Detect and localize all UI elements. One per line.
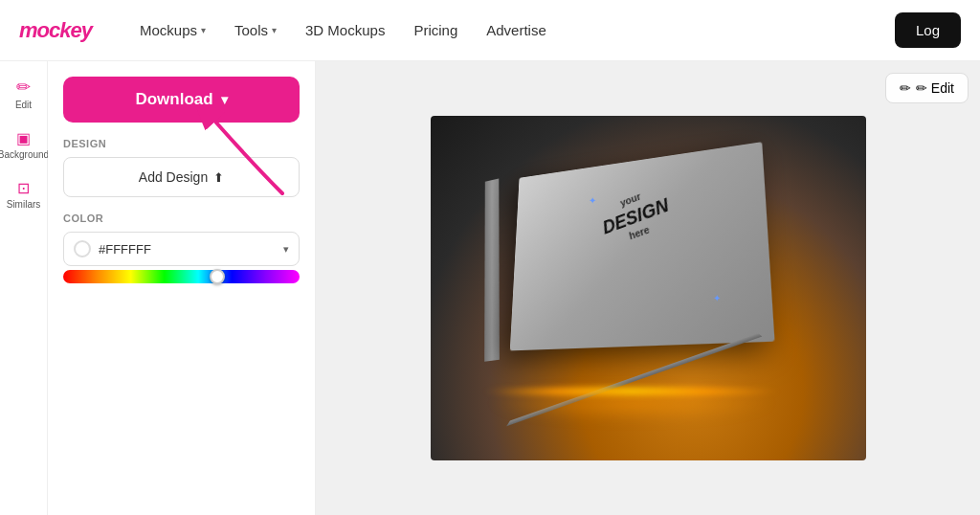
sidebar-icons: ✏ Edit ▣ Background ⊡ Similars bbox=[0, 61, 48, 515]
color-slider-container bbox=[63, 270, 300, 283]
sparkle-icon bbox=[713, 288, 719, 294]
sidebar-background-label: Background bbox=[0, 149, 49, 160]
design-section: DESIGN Add Design ⬆ bbox=[63, 138, 300, 197]
add-design-label: Add Design bbox=[139, 169, 208, 185]
color-section: COLOR #FFFFFF ▾ bbox=[63, 213, 300, 283]
nav-mockups[interactable]: Mockups ▾ bbox=[140, 22, 206, 38]
logo[interactable]: mockey bbox=[19, 18, 92, 43]
glow-reflection bbox=[488, 384, 775, 422]
color-section-label: COLOR bbox=[63, 213, 300, 224]
design-section-label: DESIGN bbox=[63, 138, 300, 149]
chevron-down-icon: ▾ bbox=[283, 243, 289, 256]
sidebar-item-background[interactable]: ▣ Background bbox=[3, 123, 45, 166]
similars-icon: ⊡ bbox=[17, 179, 30, 197]
sidebar-item-edit[interactable]: ✏ Edit bbox=[3, 71, 45, 116]
edit-button[interactable]: ✏ ✏ Edit bbox=[885, 73, 969, 103]
background-icon: ▣ bbox=[16, 129, 31, 147]
book-face bbox=[509, 142, 774, 350]
color-swatch bbox=[74, 240, 91, 258]
sidebar-item-similars[interactable]: ⊡ Similars bbox=[3, 173, 45, 215]
sidebar-similars-label: Similars bbox=[7, 199, 41, 210]
download-button[interactable]: Download ▾ bbox=[63, 77, 300, 123]
sparkle-icon bbox=[589, 190, 594, 196]
sidebar-edit-label: Edit bbox=[15, 100, 32, 110]
nav-3d-mockups[interactable]: 3D Mockups bbox=[305, 22, 385, 38]
color-slider-thumb[interactable] bbox=[210, 269, 225, 284]
download-label: Download bbox=[135, 90, 212, 109]
rainbow-track[interactable] bbox=[63, 270, 300, 283]
panel: Download ▾ DESIGN Add Design ⬆ bbox=[48, 61, 316, 515]
login-button[interactable]: Log bbox=[895, 12, 961, 48]
main-layout: ✏ Edit ▣ Background ⊡ Similars Download … bbox=[0, 61, 980, 515]
nav-pricing[interactable]: Pricing bbox=[413, 22, 457, 38]
book-spine bbox=[484, 178, 500, 361]
mockup-image: your DESIGN here bbox=[431, 116, 866, 460]
edit-icon: ✏ bbox=[16, 77, 31, 98]
mockup-background: your DESIGN here bbox=[431, 116, 866, 460]
upload-icon: ⬆ bbox=[213, 170, 224, 185]
color-hex-value: #FFFFFF bbox=[99, 242, 276, 257]
nav-tools[interactable]: Tools ▾ bbox=[234, 22, 277, 38]
header: mockey Mockups ▾ Tools ▾ 3D Mockups Pric… bbox=[0, 0, 980, 61]
chevron-down-icon: ▾ bbox=[221, 92, 228, 107]
edit-label: ✏ Edit bbox=[916, 80, 954, 96]
canvas-area: your DESIGN here ✏ ✏ Edit bbox=[316, 61, 980, 515]
nav-advertise[interactable]: Advertise bbox=[486, 22, 546, 38]
chevron-down-icon: ▾ bbox=[201, 25, 206, 35]
edit-pencil-icon: ✏ bbox=[900, 80, 911, 96]
color-picker-row[interactable]: #FFFFFF ▾ bbox=[63, 232, 300, 266]
chevron-down-icon: ▾ bbox=[272, 25, 277, 35]
add-design-button[interactable]: Add Design ⬆ bbox=[63, 157, 300, 197]
